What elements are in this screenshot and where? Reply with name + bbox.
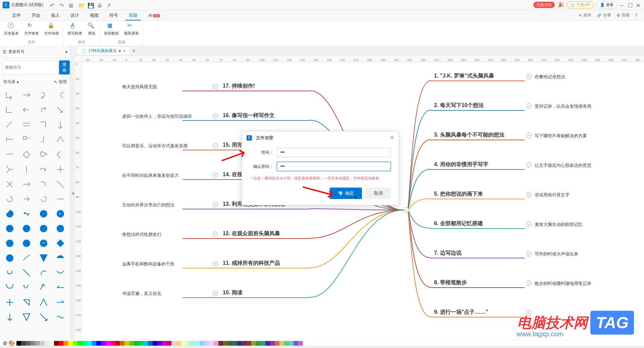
dialog-overlay: E 文件加密 ✕ 密码： 确认密码： * 注意：密码区分大小写。请妥善保管密码，… — [0, 0, 644, 348]
cancel-button[interactable]: 取消 — [366, 188, 391, 199]
confirm-label: 确认密码： — [250, 164, 277, 169]
confirm-password-input[interactable] — [277, 162, 391, 171]
dialog-note: * 注意：密码区分大小写。请妥善保管密码，一旦丢失或遗忘，文件则无法恢复。 — [250, 176, 391, 181]
dialog-title: 文件加密 — [256, 135, 273, 141]
dialog-close-icon[interactable]: ✕ — [390, 135, 394, 141]
password-label: 密码： — [250, 150, 277, 155]
cursor-icon: ↖ — [354, 195, 358, 200]
dialog-logo-icon: E — [247, 135, 252, 141]
password-input[interactable] — [277, 148, 391, 157]
